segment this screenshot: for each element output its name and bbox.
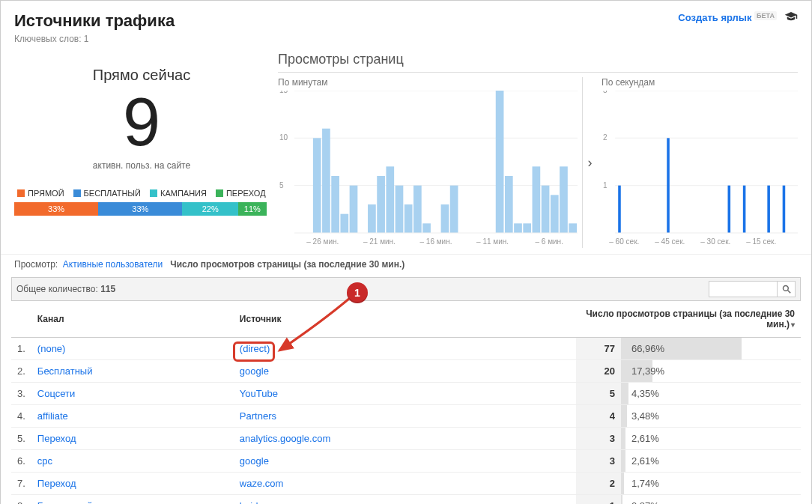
svg-rect-6 — [313, 138, 321, 233]
row-index: 5. — [11, 428, 31, 450]
legend-item[interactable]: БЕСПЛАТНЫЙ — [73, 189, 141, 198]
row-index: 7. — [11, 473, 31, 495]
row-percent: 2,61% — [621, 450, 801, 473]
svg-text:2: 2 — [603, 133, 608, 142]
row-percent: 2,61% — [621, 428, 801, 450]
row-index: 1. — [11, 338, 31, 360]
svg-rect-43 — [728, 186, 731, 233]
svg-rect-11 — [368, 204, 376, 233]
row-index: 4. — [11, 405, 31, 428]
svg-rect-22 — [514, 223, 522, 233]
graduation-cap-icon[interactable] — [784, 11, 798, 24]
row-channel[interactable]: Бесплатный — [31, 360, 234, 383]
row-count: 3 — [576, 450, 621, 473]
row-channel[interactable]: Бесплатный — [31, 495, 234, 505]
view-selector-row: Просмотр: Активные пользователи Число пр… — [1, 254, 811, 274]
svg-rect-9 — [340, 214, 348, 233]
svg-text:5: 5 — [279, 181, 284, 189]
active-users-count: 9 — [14, 88, 269, 156]
svg-text:10: 10 — [279, 133, 288, 142]
table-search-input[interactable] — [709, 282, 777, 297]
active-users-label: активн. польз. на сайте — [14, 160, 269, 171]
table-row: 4.affiliatePartners43,48% — [11, 405, 801, 428]
svg-text:3: 3 — [603, 91, 608, 94]
svg-rect-45 — [767, 186, 770, 233]
chart-minute-label: По минутам — [278, 77, 578, 88]
svg-text:– 26 мин.: – 26 мин. — [306, 237, 339, 246]
row-count: 2 — [576, 473, 621, 495]
svg-rect-28 — [569, 223, 577, 233]
search-icon[interactable] — [777, 282, 795, 297]
view-active-users-link[interactable]: Активные пользователи — [63, 259, 163, 270]
svg-rect-41 — [618, 186, 621, 233]
svg-text:– 15 сек.: – 15 сек. — [746, 237, 776, 246]
row-channel[interactable]: Соцсети — [31, 383, 234, 405]
page-title: Источники трафика — [14, 11, 175, 31]
row-percent: 17,39% — [621, 360, 801, 383]
svg-rect-10 — [350, 186, 358, 233]
page-subtitle: Ключевых слов: 1 — [14, 34, 175, 44]
row-channel[interactable]: Переход — [31, 473, 234, 495]
sort-desc-icon: ▾ — [791, 321, 795, 329]
table-row: 7.Переходwaze.com21,74% — [11, 473, 801, 495]
row-source[interactable]: Partners — [234, 405, 576, 428]
row-channel[interactable]: cpc — [31, 450, 234, 473]
legend-item[interactable]: ПЕРЕХОД — [216, 189, 266, 198]
svg-rect-20 — [496, 91, 504, 233]
col-channel[interactable]: Канал — [31, 301, 234, 338]
svg-rect-12 — [377, 176, 385, 233]
row-index: 3. — [11, 383, 31, 405]
row-source[interactable]: waze.com — [234, 473, 576, 495]
row-source[interactable]: google — [234, 450, 576, 473]
row-percent: 66,96% — [621, 338, 801, 360]
annotation-badge-1: 1 — [347, 282, 368, 303]
svg-rect-16 — [413, 186, 422, 233]
svg-point-52 — [783, 286, 788, 291]
row-source[interactable]: google — [234, 360, 576, 383]
legend-item[interactable]: ПРЯМОЙ — [17, 189, 64, 198]
svg-rect-15 — [405, 204, 413, 233]
table-row: 2.Бесплатныйgoogle2017,39% — [11, 360, 801, 383]
chart-per-minute: 51015– 26 мин.– 21 мин.– 16 мин.– 11 мин… — [278, 91, 578, 248]
row-source[interactable]: analytics.google.com — [234, 428, 576, 450]
svg-text:– 45 сек.: – 45 сек. — [655, 237, 685, 246]
row-count: 77 — [576, 338, 621, 360]
svg-rect-13 — [386, 166, 394, 233]
create-shortcut-link[interactable]: Создать ярлык БЕТА — [678, 12, 777, 23]
svg-text:– 16 мин.: – 16 мин. — [419, 237, 452, 246]
svg-rect-8 — [331, 176, 339, 233]
svg-rect-26 — [551, 195, 559, 233]
view-pageviews-30min[interactable]: Число просмотров страницы (за последние … — [170, 259, 405, 270]
table-row: 1.(none)(direct)7766,96% — [11, 338, 801, 360]
traffic-share-bar: 33%33%22%11% — [14, 202, 269, 216]
chart-second-label: По секундам — [602, 77, 798, 88]
svg-text:– 6 мин.: – 6 мин. — [535, 237, 563, 246]
row-count: 4 — [576, 405, 621, 428]
svg-text:– 21 мин.: – 21 мин. — [363, 237, 396, 246]
row-source[interactable]: YouTube — [234, 383, 576, 405]
svg-rect-24 — [533, 166, 541, 233]
legend-item[interactable]: КАМПАНИЯ — [150, 189, 207, 198]
svg-text:– 30 сек.: – 30 сек. — [700, 237, 730, 246]
row-count: 5 — [576, 383, 621, 405]
col-metric[interactable]: Число просмотров страницы (за последние … — [576, 301, 801, 338]
row-channel[interactable]: (none) — [31, 338, 234, 360]
svg-rect-18 — [441, 204, 449, 233]
row-channel[interactable]: affiliate — [31, 405, 234, 428]
pageviews-title: Просмотры страниц — [278, 52, 798, 67]
row-percent: 3,48% — [621, 405, 801, 428]
svg-text:1: 1 — [603, 181, 608, 189]
row-channel[interactable]: Переход — [31, 428, 234, 450]
total-label: Общее количество: 115 — [16, 284, 115, 294]
row-index: 8. — [11, 495, 31, 505]
row-percent: 1,74% — [621, 473, 801, 495]
svg-rect-42 — [667, 138, 670, 233]
svg-text:– 11 мин.: – 11 мин. — [476, 237, 509, 246]
row-source[interactable]: baidu — [234, 495, 576, 505]
svg-rect-23 — [523, 223, 531, 233]
chart-next-icon[interactable]: › — [582, 77, 597, 248]
table-row: 8.Бесплатныйbaidu10,87% — [11, 495, 801, 505]
row-percent: 0,87% — [621, 495, 801, 505]
table-row: 6.cpcgoogle32,61% — [11, 450, 801, 473]
svg-rect-21 — [505, 176, 513, 233]
